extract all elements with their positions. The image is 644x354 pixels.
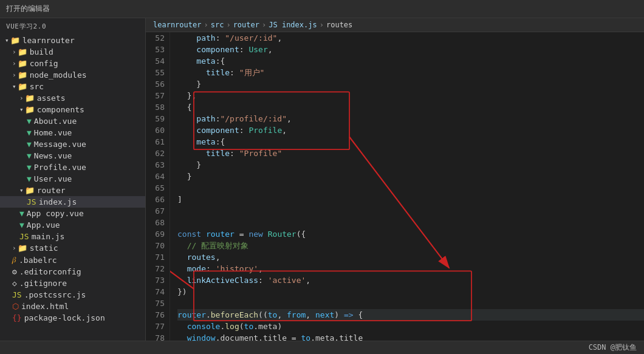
code-line-70: // 配置映射对象	[177, 240, 644, 251]
code-line-54: meta:{	[177, 55, 644, 67]
sidebar-item-components[interactable]: ▾ 📁 components	[0, 104, 145, 115]
config-icon: ⚙	[12, 267, 17, 276]
sidebar-item-home-vue[interactable]: ▼ Home.vue	[0, 127, 145, 138]
git-icon: ◇	[12, 279, 17, 288]
expand-arrow: ▾	[19, 186, 24, 194]
code-line-58: {	[177, 101, 644, 113]
sidebar-item-app-vue[interactable]: ▼ App.vue	[0, 219, 145, 231]
sidebar-item-build[interactable]: › 📁 build	[0, 46, 145, 58]
vue-icon: ▼	[19, 220, 24, 230]
title-bar-label: 打开的编辑器	[6, 4, 50, 14]
sidebar-section-header: VUE学习2.0	[0, 18, 145, 35]
code-line-69: const router = new Router({	[177, 228, 644, 240]
bottom-bar: CSDN @肥钛鱼	[0, 341, 644, 354]
code-line-68	[177, 217, 644, 228]
code-line-52: path: "/user/:id",	[177, 32, 644, 44]
sidebar-item-gitignore[interactable]: ◇ .gitignore	[0, 277, 145, 289]
sidebar-item-src[interactable]: ▾ 📁 src	[0, 81, 145, 92]
watermark-label: CSDN @肥钛鱼	[589, 342, 637, 353]
sidebar-item-node-modules[interactable]: › 📁 node_modules	[0, 69, 145, 81]
folder-icon: 📁	[18, 47, 27, 56]
sidebar-item-user-vue[interactable]: ▼ User.vue	[0, 173, 145, 185]
expand-arrow: ›	[12, 244, 16, 252]
code-line-75	[177, 298, 644, 309]
vue-icon: ▼	[19, 209, 24, 218]
expand-arrow: ▾	[5, 36, 9, 44]
js-icon: JS	[27, 197, 36, 206]
babelrc-icon: 𝛽	[12, 255, 16, 265]
js-icon: JS	[12, 290, 22, 299]
main-layout: VUE学习2.0 ▾ 📁 learnrouter › 📁 build › 📁 c…	[0, 18, 644, 341]
sidebar-item-index-html[interactable]: ⬡ index.html	[0, 301, 145, 312]
json-icon: {}	[12, 313, 22, 322]
folder-icon: 📁	[18, 59, 27, 68]
editor-area: learnrouter › src › router › JS index.js…	[146, 18, 644, 341]
vue-icon: ▼	[27, 151, 32, 160]
expand-arrow: ›	[19, 94, 24, 102]
code-line-66: ]	[177, 194, 644, 205]
expand-arrow: ›	[12, 71, 16, 79]
code-line-71: routes,	[177, 251, 644, 263]
expand-arrow: ›	[12, 60, 16, 67]
vue-icon: ▼	[27, 128, 32, 137]
sidebar[interactable]: VUE学习2.0 ▾ 📁 learnrouter › 📁 build › 📁 c…	[0, 18, 146, 341]
code-line-56: }	[177, 78, 644, 90]
code-line-59: path:"/profile/:id",	[177, 113, 644, 124]
code-line-60: component: Profile,	[177, 124, 644, 136]
vue-icon: ▼	[27, 174, 32, 183]
code-line-64: }	[177, 171, 644, 182]
sidebar-item-message-vue[interactable]: ▼ Message.vue	[0, 138, 145, 150]
code-line-65	[177, 182, 644, 194]
sidebar-item-learnrouter[interactable]: ▾ 📁 learnrouter	[0, 35, 145, 46]
sidebar-item-static[interactable]: › 📁 static	[0, 242, 145, 254]
code-line-63: }	[177, 159, 644, 171]
js-icon: JS	[19, 232, 29, 241]
sidebar-item-babelrc[interactable]: 𝛽 .babelrc	[0, 254, 145, 266]
expand-arrow: ▾	[12, 83, 16, 90]
code-editor[interactable]: 5253545556 5758596061 6263646566 6768697…	[146, 32, 644, 341]
folder-icon: 📁	[18, 243, 27, 253]
sidebar-item-package-lock[interactable]: {} package-lock.json	[0, 312, 145, 324]
code-line-53: component: User,	[177, 44, 644, 55]
sidebar-item-about-vue[interactable]: ▼ About.vue	[0, 115, 145, 127]
code-line-73: linkActiveClass: 'active',	[177, 274, 644, 286]
vue-icon: ▼	[27, 140, 32, 149]
vue-icon: ▼	[27, 117, 32, 126]
expand-arrow: ›	[12, 48, 16, 56]
code-line-72: mode: 'history',	[177, 263, 644, 274]
sidebar-item-postcssrc[interactable]: JS .postcssrc.js	[0, 289, 145, 301]
sidebar-item-profile-vue[interactable]: ▼ Profile.vue	[0, 162, 145, 173]
code-line-74: })	[177, 286, 644, 298]
breadcrumb: learnrouter › src › router › JS index.js…	[146, 18, 644, 32]
code-line-62: title: "Profile"	[177, 148, 644, 159]
folder-icon: 📁	[25, 186, 35, 195]
sidebar-item-editorconfig[interactable]: ⚙ .editorconfig	[0, 266, 145, 277]
folder-icon: 📁	[18, 70, 27, 80]
code-line-67	[177, 205, 644, 217]
code-line-57: },	[177, 90, 644, 101]
sidebar-item-index-js[interactable]: JS index.js	[0, 196, 145, 208]
sidebar-item-assets[interactable]: › 📁 assets	[0, 92, 145, 104]
code-content: path: "/user/:id", component: User, meta…	[170, 32, 644, 341]
code-line-78: window.document.title = to.meta.title	[177, 332, 644, 341]
sidebar-item-router[interactable]: ▾ 📁 router	[0, 185, 145, 196]
line-numbers: 5253545556 5758596061 6263646566 6768697…	[146, 32, 170, 341]
sidebar-item-main-js[interactable]: JS main.js	[0, 231, 145, 242]
html-icon: ⬡	[12, 302, 19, 311]
folder-icon: 📁	[25, 105, 35, 114]
sidebar-item-config[interactable]: › 📁 config	[0, 58, 145, 69]
folder-icon: 📁	[10, 36, 20, 45]
expand-arrow: ▾	[19, 106, 24, 114]
code-line-76: router.beforeEach((to, from, next) => {	[177, 309, 644, 321]
vue-icon: ▼	[27, 163, 32, 172]
code-line-55: title: "用户"	[177, 67, 644, 78]
code-line-61: meta:{	[177, 136, 644, 148]
folder-icon: 📁	[25, 94, 35, 103]
sidebar-item-news-vue[interactable]: ▼ News.vue	[0, 150, 145, 162]
title-bar: 打开的编辑器	[0, 0, 644, 18]
sidebar-item-app-copy-vue[interactable]: ▼ App copy.vue	[0, 208, 145, 219]
folder-icon: 📁	[18, 82, 27, 91]
code-line-77: console.log(to.meta)	[177, 321, 644, 332]
